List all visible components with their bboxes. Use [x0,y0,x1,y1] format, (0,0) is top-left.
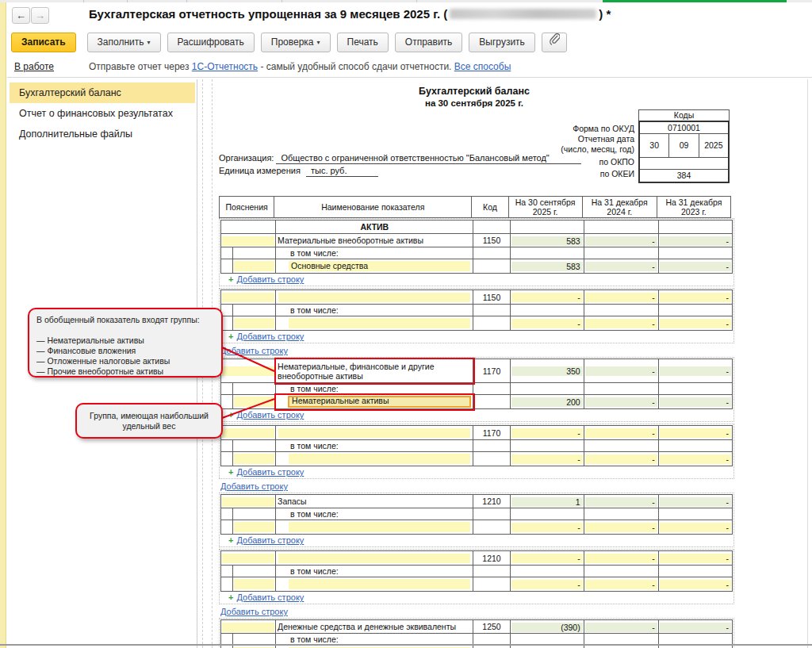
toolbar-button[interactable]: Проверка▾ [261,33,331,52]
value-cell[interactable]: - [584,551,658,566]
explanation-cell[interactable] [221,646,276,648]
add-row-link[interactable]: Добавить строку [236,410,304,420]
unit-value[interactable]: тыс. руб. [306,166,379,177]
save-button[interactable]: Записать [11,33,76,52]
value-cell[interactable]: - [510,551,584,566]
toolbar-button[interactable]: Печать [337,33,389,52]
value-cell[interactable]: 1 [510,495,584,508]
value-cell[interactable]: - [658,495,732,508]
value-cell[interactable]: - [584,359,658,383]
attachments-button[interactable] [542,33,567,52]
sidebar-item[interactable]: Бухгалтерский баланс [10,82,195,103]
indicator-name-cell[interactable] [276,290,473,305]
explanation-cell[interactable] [221,316,276,331]
explanation-cell[interactable] [221,395,276,409]
add-row-link[interactable]: Добавить строку [236,274,304,284]
sidebar-item[interactable]: Дополнительные файлы [10,124,195,144]
value-cell[interactable]: - [584,577,658,592]
date-year-cell[interactable]: 2025 [699,134,728,157]
code-cell[interactable] [473,452,510,466]
code-cell[interactable]: 1170 [473,426,510,440]
toolbar-button[interactable]: Заполнить▾ [87,33,161,52]
sub-indicator-name-cell[interactable] [276,316,473,331]
value-cell[interactable]: - [510,577,584,592]
indicator-name-cell[interactable]: Запасы [276,495,473,508]
value-cell[interactable]: - [510,520,584,535]
sub-indicator-name-cell[interactable] [276,646,473,648]
explanation-cell[interactable] [221,620,276,634]
value-cell[interactable]: - [510,290,584,305]
add-row-link[interactable]: Добавить строку [220,607,288,616]
organization-value[interactable]: Общество с ограниченной ответственностью… [276,153,580,164]
sub-indicator-name-cell[interactable] [276,520,473,535]
toolbar-button[interactable]: Выгрузить [469,33,535,52]
value-cell[interactable] [510,646,584,648]
value-cell[interactable]: - [584,620,658,634]
value-cell[interactable] [658,646,732,648]
value-cell[interactable]: - [584,395,658,409]
value-cell[interactable]: - [584,495,658,508]
value-cell[interactable]: 200 [510,395,584,409]
toolbar-button[interactable]: Расшифровать [167,33,255,52]
code-cell[interactable]: 1210 [473,551,510,566]
explanation-cell[interactable] [221,551,276,566]
explanation-cell[interactable] [221,359,276,383]
explanation-cell[interactable] [221,234,276,247]
okud-value-cell[interactable]: 0710001 [640,122,728,134]
explanation-cell[interactable] [221,452,276,466]
value-cell[interactable]: 583 [510,234,584,247]
value-cell[interactable]: - [658,359,732,383]
value-cell[interactable]: - [510,316,584,331]
report-status-link[interactable]: В работе [14,61,54,72]
value-cell[interactable]: - [510,426,584,440]
value-cell[interactable] [584,646,658,648]
explanation-cell[interactable] [221,495,276,508]
explanation-cell[interactable] [221,577,276,592]
code-cell[interactable]: 1170 [473,359,510,383]
value-cell[interactable]: - [658,452,732,466]
value-cell[interactable]: - [658,316,732,331]
code-cell[interactable]: 1150 [473,290,510,305]
value-cell[interactable]: - [584,452,658,466]
indicator-name-cell[interactable] [276,426,473,440]
code-cell[interactable] [473,395,510,409]
explanation-cell[interactable] [221,220,276,234]
value-cell[interactable]: 350 [510,359,584,383]
value-cell[interactable]: - [510,452,584,466]
indicator-name-cell[interactable]: Нематериальные, финансовые и другие внео… [276,359,473,383]
explanation-cell[interactable] [221,520,276,535]
code-cell[interactable] [473,259,510,274]
add-row-link[interactable]: Добавить строку [236,592,304,602]
all-methods-link[interactable]: Все способы [454,61,511,72]
value-cell[interactable]: - [584,259,658,274]
sub-indicator-name-cell[interactable]: Нематериальные активы [276,395,473,409]
sub-indicator-name-cell[interactable]: Основные средства [276,259,473,274]
code-cell[interactable] [473,646,510,648]
explanation-cell[interactable] [221,290,276,305]
sub-indicator-name-cell[interactable] [276,452,473,466]
back-button[interactable]: ← [12,7,30,24]
add-row-link[interactable]: Добавить строку [220,481,288,491]
code-cell[interactable]: 1250 [473,620,510,634]
code-cell[interactable] [473,577,510,592]
indicator-name-cell[interactable] [276,551,473,566]
add-row-link[interactable]: Добавить строку [236,332,304,341]
value-cell[interactable]: - [584,234,658,247]
1c-reporting-link[interactable]: 1С-Отчетность [192,61,258,72]
code-cell[interactable] [473,316,510,331]
value-cell[interactable]: - [658,259,732,274]
value-cell[interactable]: - [584,520,658,535]
value-cell[interactable]: - [658,551,732,566]
date-month-cell[interactable]: 09 [669,134,699,157]
code-cell[interactable]: 1150 [473,234,510,247]
value-cell[interactable]: - [658,577,732,592]
value-cell[interactable]: - [584,316,658,331]
okei-value-cell[interactable]: 384 [640,170,728,182]
value-cell[interactable]: - [658,234,732,247]
date-day-cell[interactable]: 30 [640,134,669,157]
add-row-link[interactable]: Добавить строку [236,467,304,477]
value-cell[interactable]: - [658,395,732,409]
okpo-value-cell[interactable] [640,158,728,170]
value-cell[interactable]: (390) [510,620,584,634]
code-cell[interactable]: 1210 [473,495,510,508]
